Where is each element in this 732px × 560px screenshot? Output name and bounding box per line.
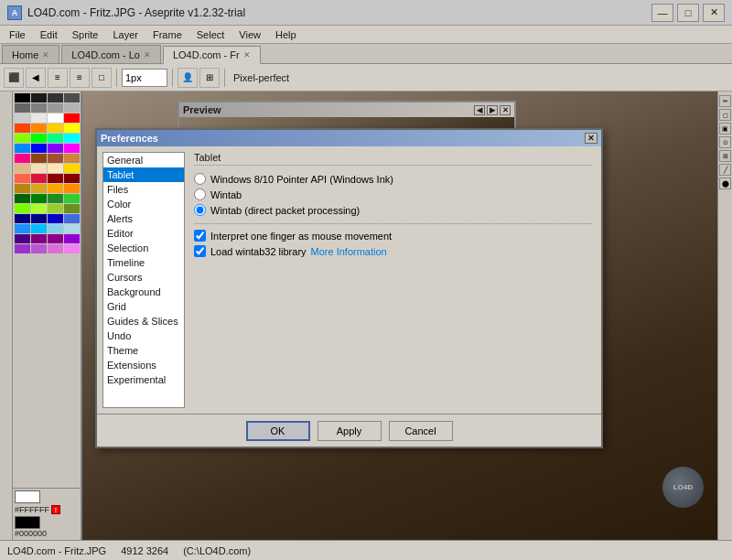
- toolbar-btn-3[interactable]: ≡: [48, 68, 68, 88]
- palette-cell[interactable]: [48, 154, 63, 163]
- palette-cell[interactable]: [64, 144, 80, 153]
- palette-cell[interactable]: [31, 224, 47, 233]
- right-tool-fill[interactable]: ▣: [719, 123, 731, 135]
- close-button[interactable]: ✕: [703, 4, 725, 22]
- palette-cell[interactable]: [15, 144, 30, 153]
- preview-close-btn[interactable]: ✕: [500, 105, 511, 115]
- checkbox-finger-mouse-input[interactable]: [194, 230, 206, 242]
- palette-cell[interactable]: [48, 184, 63, 193]
- preview-btn-2[interactable]: ▶: [487, 105, 498, 115]
- menu-sprite[interactable]: Sprite: [65, 26, 106, 43]
- left-tool-2[interactable]: [1, 105, 12, 116]
- right-tool-paint[interactable]: ⬤: [719, 178, 731, 189]
- palette-cell[interactable]: [31, 234, 47, 243]
- palette-cell[interactable]: [31, 134, 47, 143]
- prefs-list-item-grid[interactable]: Grid: [103, 299, 184, 314]
- prefs-list-item-color[interactable]: Color: [103, 197, 184, 211]
- palette-cell[interactable]: [31, 164, 47, 173]
- tab-lo4d-lo-close[interactable]: ✕: [144, 50, 151, 59]
- palette-cell[interactable]: [64, 124, 80, 133]
- palette-cell[interactable]: [48, 113, 63, 123]
- prefs-list-item-selection[interactable]: Selection: [103, 241, 184, 255]
- toolbar-btn-4[interactable]: ≡: [70, 68, 90, 88]
- minimize-button[interactable]: —: [651, 4, 673, 22]
- radio-wintab-input[interactable]: [194, 188, 206, 200]
- radio-windows-ink[interactable]: Windows 8/10 Pointer API (Windows Ink): [194, 173, 592, 185]
- palette-cell[interactable]: [48, 93, 63, 102]
- prefs-list-item-alerts[interactable]: Alerts: [103, 211, 184, 226]
- palette-cell[interactable]: [64, 113, 80, 123]
- bg-swatch[interactable]: [15, 516, 40, 529]
- cancel-button[interactable]: Cancel: [389, 421, 453, 441]
- palette-cell[interactable]: [48, 214, 63, 223]
- right-tool-line[interactable]: ╱: [719, 164, 731, 176]
- fg-alert-icon[interactable]: !: [51, 505, 60, 514]
- toolbar-btn-grid[interactable]: ⊞: [199, 68, 220, 88]
- checkbox-finger-mouse[interactable]: Interpret one finger as mouse movement: [194, 230, 592, 242]
- palette-cell[interactable]: [31, 103, 47, 113]
- palette-cell[interactable]: [31, 113, 47, 123]
- left-tool-1[interactable]: [1, 93, 12, 104]
- palette-cell[interactable]: [64, 184, 80, 193]
- prefs-list-item-general[interactable]: General: [103, 153, 184, 167]
- menu-file[interactable]: File: [2, 26, 33, 43]
- toolbar-btn-5[interactable]: □: [92, 68, 112, 88]
- right-tool-select[interactable]: ⊞: [719, 150, 731, 162]
- palette-cell[interactable]: [64, 103, 80, 113]
- palette-cell[interactable]: [48, 224, 63, 233]
- apply-button[interactable]: Apply: [318, 421, 382, 441]
- palette-cell[interactable]: [15, 234, 30, 243]
- checkbox-wintab32-input[interactable]: [194, 245, 206, 257]
- palette-cell[interactable]: [64, 154, 80, 163]
- palette-cell[interactable]: [31, 144, 47, 153]
- palette-cell[interactable]: [48, 144, 63, 153]
- prefs-list-item-theme[interactable]: Theme: [103, 343, 184, 358]
- palette-cell[interactable]: [48, 204, 63, 213]
- palette-cell[interactable]: [48, 194, 63, 203]
- palette-cell[interactable]: [31, 184, 47, 193]
- preview-btn-1[interactable]: ◀: [474, 105, 485, 115]
- palette-cell[interactable]: [15, 113, 30, 123]
- palette-cell[interactable]: [31, 194, 47, 203]
- prefs-list-item-cursors[interactable]: Cursors: [103, 270, 184, 285]
- palette-cell[interactable]: [31, 124, 47, 133]
- prefs-list-item-extensions[interactable]: Extensions: [103, 358, 184, 372]
- checkbox-wintab32[interactable]: Load wintab32 library More Information: [194, 245, 592, 257]
- prefs-list-item-editor[interactable]: Editor: [103, 226, 184, 241]
- palette-cell[interactable]: [48, 164, 63, 173]
- palette-cell[interactable]: [64, 224, 80, 233]
- palette-cell[interactable]: [48, 174, 63, 183]
- menu-view[interactable]: View: [231, 26, 268, 43]
- palette-cell[interactable]: [48, 244, 63, 253]
- left-tool-3[interactable]: [1, 117, 12, 128]
- palette-cell[interactable]: [15, 93, 30, 102]
- tab-lo4d-fr-close[interactable]: ✕: [243, 50, 251, 59]
- palette-cell[interactable]: [64, 214, 80, 223]
- palette-cell[interactable]: [48, 134, 63, 143]
- palette-cell[interactable]: [31, 204, 47, 213]
- tab-lo4d-lo[interactable]: LO4D.com - Lo ✕: [61, 45, 161, 63]
- palette-cell[interactable]: [48, 124, 63, 133]
- palette-cell[interactable]: [48, 234, 63, 243]
- prefs-list-item-guides-&-slices[interactable]: Guides & Slices: [103, 314, 184, 328]
- palette-cell[interactable]: [15, 103, 30, 113]
- menu-layer[interactable]: Layer: [105, 26, 145, 43]
- prefs-list-item-tablet[interactable]: Tablet: [103, 167, 184, 182]
- prefs-close-button[interactable]: ✕: [585, 133, 597, 144]
- radio-windows-ink-input[interactable]: [194, 173, 206, 185]
- palette-cell[interactable]: [15, 134, 30, 143]
- palette-cell[interactable]: [15, 244, 30, 253]
- palette-cell[interactable]: [31, 244, 47, 253]
- menu-frame[interactable]: Frame: [145, 26, 189, 43]
- palette-cell[interactable]: [31, 174, 47, 183]
- palette-cell[interactable]: [48, 103, 63, 113]
- fg-swatch[interactable]: [15, 490, 40, 503]
- prefs-list-item-files[interactable]: Files: [103, 182, 184, 197]
- palette-cell[interactable]: [15, 154, 30, 163]
- palette-cell[interactable]: [64, 164, 80, 173]
- palette-cell[interactable]: [15, 124, 30, 133]
- palette-cell[interactable]: [15, 174, 30, 183]
- palette-cell[interactable]: [15, 194, 30, 203]
- tab-lo4d-fr[interactable]: LO4D.com - Fr ✕: [163, 46, 261, 64]
- radio-wintab[interactable]: Wintab: [194, 188, 592, 200]
